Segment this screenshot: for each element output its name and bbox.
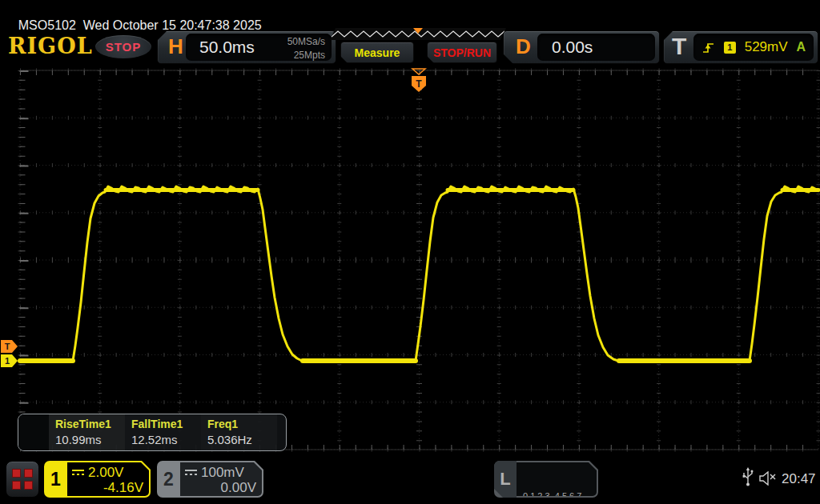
digital-tab[interactable]: L — [494, 461, 517, 498]
trigger-source-badge: 1 — [724, 42, 736, 54]
timebase-value: 50.0ms — [199, 38, 255, 57]
rigol-logo: RIGOL — [8, 34, 93, 58]
measurement-value: 12.52ms — [131, 433, 201, 446]
delay-pill: 0.00s — [537, 34, 655, 61]
measurement-panel-handle[interactable] — [18, 414, 49, 450]
timebase-pill: 50.0ms 50MSa/s 25Mpts — [186, 34, 332, 61]
oscilloscope-screen: TT1 MSO5102 Wed October 15 20:47:38 2025… — [0, 0, 820, 504]
speaker-muted-icon — [759, 471, 778, 486]
channel-2-tab[interactable]: 2 — [157, 461, 180, 498]
svg-text:T: T — [416, 78, 422, 90]
channel-1-box[interactable]: 2.00V -4.16V 1 — [44, 461, 151, 498]
menu-grid-icon — [12, 469, 33, 490]
overview-zigzag — [330, 28, 506, 40]
acquisition-rates: 50MSa/s 25Mpts — [287, 35, 325, 62]
channel-2-scale: 100mV — [201, 465, 244, 480]
dc-coupling-icon — [72, 470, 84, 475]
channel-1-tab[interactable]: 1 — [44, 461, 67, 498]
sample-rate: 50MSa/s — [287, 35, 325, 49]
measurement-value: 5.036Hz — [207, 433, 277, 446]
trigger-level-value: 529mV — [745, 39, 788, 55]
acquisition-status-label: STOP — [106, 40, 142, 54]
waveform-overview-strip[interactable] — [330, 28, 506, 40]
trigger-pill: 1 529mV A — [693, 34, 814, 61]
channel-2-box[interactable]: 100mV 0.00V 2 — [157, 461, 263, 498]
measurement-label: Freq1 — [207, 418, 277, 430]
digital-channels-box[interactable]: 0 1 2 3 4 5 6 7 8 9 1011 12131415 L — [494, 461, 598, 498]
measurement-label: RiseTime1 — [55, 418, 125, 430]
trigger-slope-icon — [701, 41, 715, 54]
status-clock: 20:47 — [782, 471, 816, 487]
horizontal-label: H — [168, 34, 183, 59]
datetime: Wed October 15 20:47:38 2025 — [83, 18, 262, 32]
stop-run-button-label: STOP/RUN — [433, 46, 491, 59]
measurement-item[interactable]: FallTime1 12.52ms — [125, 414, 201, 450]
measurement-results-panel[interactable]: RiseTime1 10.99ms FallTime1 12.52ms Freq… — [18, 414, 287, 451]
titlebar: MSO5102 Wed October 15 20:47:38 2025 — [4, 4, 262, 22]
digital-row-1: 0 1 2 3 4 5 6 7 — [523, 490, 597, 498]
measurement-item[interactable]: RiseTime1 10.99ms — [49, 414, 125, 450]
measurement-value: 10.99ms — [55, 433, 125, 446]
svg-text:T: T — [5, 342, 10, 351]
channel-2-offset: 0.00V — [221, 480, 256, 495]
trigger-mode: A — [796, 40, 806, 54]
trigger-position-arrow[interactable] — [412, 69, 425, 74]
stop-run-button[interactable]: STOP/RUN — [427, 42, 497, 63]
delay-value: 0.00s — [552, 38, 593, 57]
memory-depth: 25Mpts — [287, 49, 325, 62]
delay-label: D — [516, 34, 531, 59]
main-menu-button[interactable] — [6, 461, 39, 498]
delay-settings-box[interactable]: D 0.00s — [503, 30, 660, 64]
trigger-settings-box[interactable]: T 1 529mV A — [663, 30, 818, 64]
measurement-label: FallTime1 — [131, 418, 201, 430]
channel-1-offset: -4.16V — [103, 480, 143, 495]
usb-icon — [742, 467, 754, 488]
acquisition-status-badge[interactable]: STOP — [95, 35, 151, 58]
measure-button[interactable]: Measure — [340, 42, 414, 63]
channel-1-scale: 2.00V — [88, 465, 123, 480]
model-name: MSO5102 — [18, 18, 76, 32]
svg-text:1: 1 — [5, 356, 10, 366]
horizontal-settings-box[interactable]: H 50.0ms 50MSa/s 25Mpts — [157, 30, 336, 64]
measure-button-label: Measure — [355, 46, 400, 59]
measurement-item[interactable]: Freq1 5.036Hz — [201, 414, 277, 450]
dc-coupling-icon — [185, 470, 197, 475]
trigger-label: T — [672, 33, 686, 60]
